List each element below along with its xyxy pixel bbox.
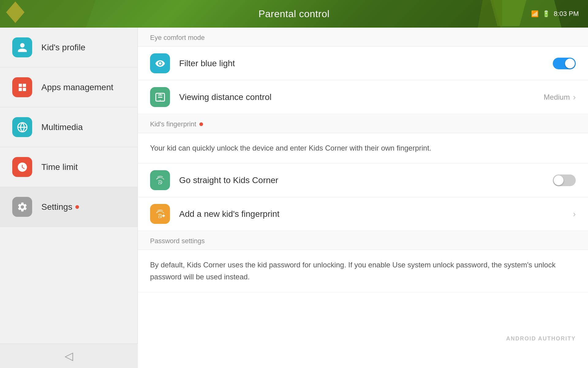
viewing-distance-value: Medium bbox=[544, 93, 570, 102]
kids-profile-icon bbox=[12, 37, 32, 57]
sidebar-label-apps-management: Apps management bbox=[41, 82, 113, 92]
sidebar-label-time-limit: Time limit bbox=[41, 162, 78, 172]
sidebar-label-multimedia: Multimedia bbox=[41, 122, 83, 132]
sidebar-item-multimedia[interactable]: Multimedia bbox=[0, 107, 138, 147]
add-fingerprint-label: Add a new kid's fingerprint bbox=[179, 209, 573, 219]
sidebar-item-kids-profile[interactable]: Kid's profile bbox=[0, 28, 138, 67]
fingerprint-section-header: Kid's fingerprint bbox=[138, 114, 588, 133]
add-fingerprint-row[interactable]: Add a new kid's fingerprint › bbox=[138, 197, 588, 231]
sidebar-item-settings[interactable]: Settings bbox=[0, 187, 138, 227]
apps-management-icon bbox=[12, 77, 32, 97]
settings-label-wrap: Settings bbox=[41, 202, 79, 212]
back-button[interactable]: ◁ bbox=[65, 350, 73, 362]
toggle-knob-2 bbox=[554, 175, 564, 185]
go-straight-toggle[interactable] bbox=[553, 174, 576, 186]
status-bar: 📶 🔋 8:03 PM bbox=[531, 0, 579, 28]
toggle-knob bbox=[565, 59, 575, 68]
viewing-distance-icon bbox=[150, 87, 170, 107]
filter-blue-light-label: Filter blue light bbox=[179, 59, 553, 68]
sidebar: Kid's profile Apps management Multimedia… bbox=[0, 28, 138, 368]
content-area: Eye comfort mode Filter blue light Viewi… bbox=[138, 28, 588, 368]
decorative-poly-left bbox=[6, 2, 24, 23]
go-straight-icon bbox=[150, 170, 170, 190]
sidebar-item-apps-management[interactable]: Apps management bbox=[0, 67, 138, 107]
filter-blue-light-icon bbox=[150, 53, 170, 73]
watermark: ANDROID AUTHORITY bbox=[506, 335, 576, 342]
fingerprint-notification-dot bbox=[199, 122, 203, 126]
fingerprint-description: Your kid can quickly unlock the device a… bbox=[138, 133, 588, 163]
add-fingerprint-icon bbox=[150, 204, 170, 224]
battery-icon: 🔋 bbox=[542, 10, 550, 17]
time-limit-icon bbox=[12, 157, 32, 177]
settings-icon bbox=[12, 197, 32, 217]
clock: 8:03 PM bbox=[554, 10, 579, 18]
go-straight-label: Go straight to Kids Corner bbox=[179, 175, 553, 185]
password-description: By default, Kids Corner uses the kid pas… bbox=[138, 250, 588, 292]
top-bar: Parental control 📶 🔋 8:03 PM bbox=[0, 0, 588, 28]
sidebar-item-time-limit[interactable]: Time limit bbox=[0, 147, 138, 187]
add-fingerprint-chevron: › bbox=[573, 209, 576, 219]
sidebar-label-kids-profile: Kid's profile bbox=[41, 43, 85, 52]
filter-blue-light-row[interactable]: Filter blue light bbox=[138, 47, 588, 80]
decorative-poly-right-2 bbox=[478, 0, 502, 28]
main-layout: Kid's profile Apps management Multimedia… bbox=[0, 28, 588, 368]
eye-comfort-section-header: Eye comfort mode bbox=[138, 28, 588, 47]
sidebar-label-settings: Settings bbox=[41, 202, 72, 212]
page-title: Parental control bbox=[258, 8, 330, 20]
viewing-distance-row[interactable]: Viewing distance control Medium › bbox=[138, 80, 588, 114]
wifi-icon: 📶 bbox=[531, 10, 539, 17]
viewing-distance-chevron: › bbox=[573, 92, 576, 102]
viewing-distance-label: Viewing distance control bbox=[179, 92, 544, 102]
filter-blue-light-toggle[interactable] bbox=[553, 58, 576, 69]
multimedia-icon bbox=[12, 117, 32, 137]
go-straight-row[interactable]: Go straight to Kids Corner bbox=[138, 163, 588, 197]
bottom-nav: ◁ bbox=[0, 343, 138, 368]
password-section-header: Password settings bbox=[138, 231, 588, 250]
settings-notification-dot bbox=[75, 205, 79, 209]
